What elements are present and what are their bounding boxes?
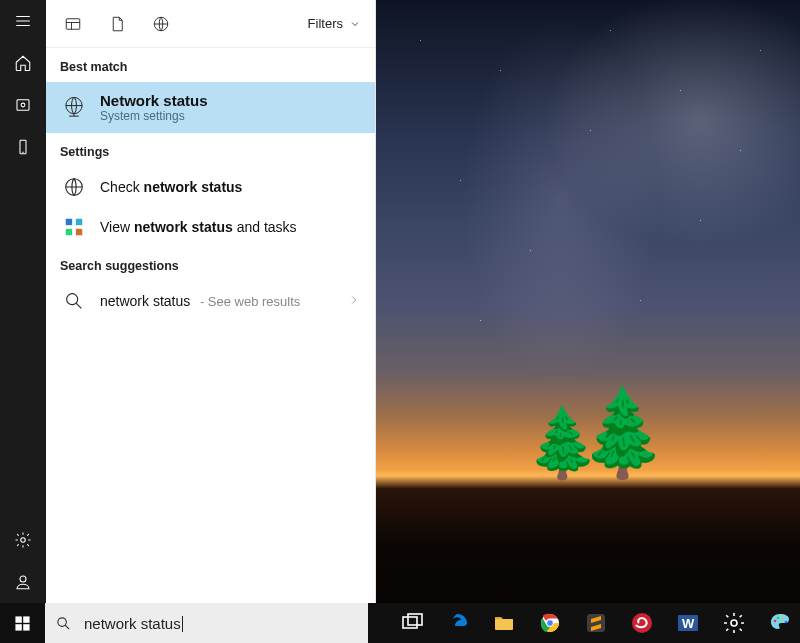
search-icon — [60, 287, 88, 315]
document-icon[interactable] — [100, 7, 134, 41]
sublime-icon[interactable] — [576, 603, 616, 643]
result-network-status-best[interactable]: Network status System settings — [46, 82, 375, 133]
globe-icon — [60, 173, 88, 201]
result-title: Network status — [100, 92, 208, 109]
section-settings: Settings — [46, 133, 375, 167]
svg-rect-20 — [408, 614, 422, 625]
task-view-icon[interactable] — [392, 603, 432, 643]
globe-monitor-icon — [60, 94, 88, 122]
network-sharing-icon — [60, 213, 88, 241]
paint-icon[interactable] — [760, 603, 800, 643]
section-suggestions: Search suggestions — [46, 247, 375, 281]
svg-point-30 — [774, 620, 777, 623]
result-title: Check network status — [100, 179, 242, 195]
svg-point-13 — [67, 294, 78, 305]
svg-rect-0 — [17, 100, 29, 111]
result-view-network-status-tasks[interactable]: View network status and tasks — [46, 207, 375, 247]
result-check-network-status[interactable]: Check network status — [46, 167, 375, 207]
start-button[interactable] — [0, 603, 45, 643]
edge-icon[interactable] — [438, 603, 478, 643]
result-subtitle: System settings — [100, 109, 208, 123]
svg-point-4 — [20, 576, 26, 582]
svg-rect-15 — [23, 616, 29, 622]
svg-point-3 — [21, 538, 26, 543]
taskbar-search-box[interactable]: network status — [45, 603, 368, 643]
settings-icon[interactable] — [714, 603, 754, 643]
home-icon[interactable] — [0, 42, 46, 84]
tree-silhouette: 🌲 — [583, 382, 663, 483]
search-results-panel: Filters Best match Network status System… — [46, 0, 376, 603]
svg-rect-17 — [23, 624, 29, 630]
svg-point-29 — [731, 620, 737, 626]
svg-rect-5 — [66, 18, 80, 29]
phone-icon[interactable] — [0, 126, 46, 168]
result-title: network status - See web results — [100, 293, 300, 309]
svg-rect-10 — [76, 219, 82, 225]
start-left-rail — [0, 0, 46, 603]
svg-rect-16 — [15, 624, 21, 630]
svg-point-26 — [632, 613, 652, 633]
taskbar-pinned-apps: W — [392, 603, 800, 643]
result-web-suggestion[interactable]: network status - See web results — [46, 281, 375, 321]
web-icon[interactable] — [144, 7, 178, 41]
panel-toolbar: Filters — [46, 0, 375, 48]
svg-rect-12 — [76, 229, 82, 235]
svg-point-18 — [58, 617, 67, 626]
user-icon[interactable] — [0, 561, 46, 603]
word-icon[interactable]: W — [668, 603, 708, 643]
menu-icon[interactable] — [0, 0, 46, 42]
filters-button[interactable]: Filters — [308, 16, 361, 31]
taskbar: network status W — [0, 603, 800, 643]
chevron-right-icon — [347, 293, 361, 310]
chrome-icon[interactable] — [530, 603, 570, 643]
svg-rect-21 — [495, 619, 513, 630]
filters-label: Filters — [308, 16, 343, 31]
svg-rect-19 — [403, 617, 417, 628]
photo-icon[interactable] — [0, 84, 46, 126]
search-query-text: network status — [84, 615, 183, 632]
svg-text:W: W — [682, 616, 695, 631]
svg-rect-11 — [66, 229, 72, 235]
settings-icon[interactable] — [0, 519, 46, 561]
file-explorer-icon[interactable] — [484, 603, 524, 643]
svg-rect-14 — [15, 616, 21, 622]
svg-rect-9 — [66, 219, 72, 225]
swirl-app-icon[interactable] — [622, 603, 662, 643]
chevron-down-icon — [349, 18, 361, 30]
apps-panel-icon[interactable] — [56, 7, 90, 41]
result-title: View network status and tasks — [100, 219, 297, 235]
svg-point-31 — [777, 617, 780, 620]
svg-point-1 — [21, 103, 25, 107]
section-best-match: Best match — [46, 48, 375, 82]
svg-point-32 — [782, 617, 785, 620]
search-icon — [55, 615, 72, 632]
svg-point-33 — [785, 621, 788, 624]
